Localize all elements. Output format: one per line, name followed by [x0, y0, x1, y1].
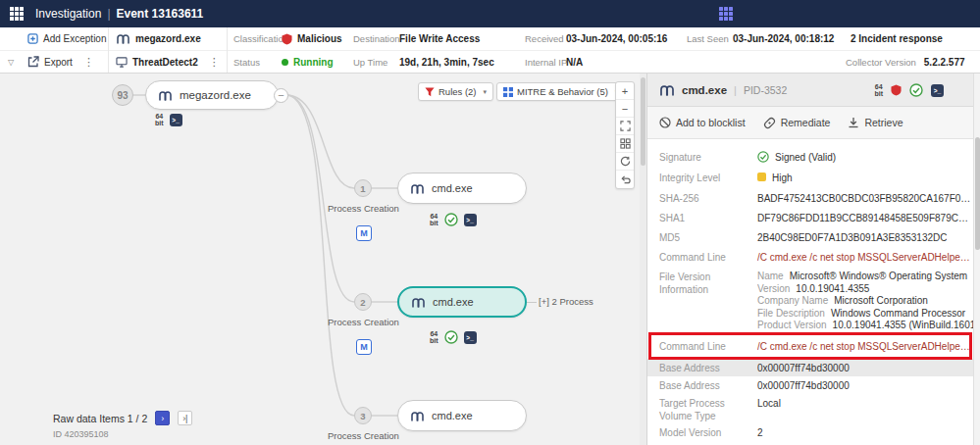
- detail-row-sha256: SHA-256 BADF4752413CB0CBDC03FB95820CA167…: [647, 189, 973, 209]
- summary-toolbar: Add Exception megazord.exe Classificatio…: [0, 27, 980, 74]
- undo-icon: [620, 174, 631, 185]
- zoom-out-button[interactable]: −: [616, 100, 634, 118]
- received-label: Received: [525, 27, 564, 50]
- process-node-megazord[interactable]: megazord.exe: [145, 80, 279, 110]
- signed-check-icon: [909, 83, 923, 97]
- edge-label: Process Creation: [328, 203, 406, 214]
- collapse-node-button[interactable]: −: [274, 88, 288, 103]
- terminal-icon[interactable]: >_: [464, 214, 477, 226]
- investigation-page: Investigation | Event 13163611 Add Excep…: [0, 0, 980, 445]
- detail-row-base-address: Base Address 0x00007ff74bd30000: [647, 359, 973, 376]
- grid-apps-icon[interactable]: [719, 7, 733, 21]
- canvas-scrollbar: [640, 74, 646, 445]
- detail-row-signature: Signature Signed (Valid): [647, 148, 973, 169]
- endpoint-name: ThreatDetect2: [132, 57, 198, 68]
- detail-list: Signature Signed (Valid) Integrity Level…: [647, 148, 973, 443]
- blocklist-icon: [659, 117, 671, 128]
- undo-button[interactable]: [616, 171, 634, 188]
- architecture-badge: 64bit: [430, 213, 438, 226]
- next-page-button[interactable]: ›: [155, 411, 170, 425]
- last-page-button[interactable]: ›|: [178, 411, 192, 425]
- node-badges: 64bit >_: [430, 213, 477, 226]
- mitre-grid-icon: [503, 87, 513, 97]
- process-name: megazord.exe: [135, 33, 201, 44]
- endpoint-chip[interactable]: ThreatDetect2 ⋮: [116, 51, 220, 73]
- architecture-badge: 64bit: [430, 330, 438, 344]
- chevron-down-icon: ▾: [484, 88, 488, 96]
- detail-row-model-version: Model Version 2: [647, 423, 973, 443]
- incident-response-value[interactable]: 2 Incident response: [851, 27, 943, 50]
- node-badges: 64bit >_: [430, 330, 477, 344]
- toolbar-divider: [227, 27, 228, 73]
- integrity-level-icon: [757, 173, 766, 181]
- rules-filter-button[interactable]: Rules (2) ▾: [418, 82, 493, 101]
- terminal-icon[interactable]: >_: [170, 114, 182, 126]
- process-icon: [116, 33, 130, 44]
- process-icon: [158, 90, 173, 101]
- mitre-badge[interactable]: M: [356, 225, 372, 241]
- collapse-toolbar-button[interactable]: ▽: [8, 51, 14, 73]
- process-icon: [411, 297, 426, 308]
- process-node-cmd-2-selected[interactable]: cmd.exe: [397, 286, 527, 318]
- terminal-icon[interactable]: >_: [464, 331, 477, 344]
- process-chip[interactable]: megazord.exe: [116, 27, 201, 50]
- refresh-button[interactable]: [616, 153, 634, 171]
- fit-screen-button[interactable]: [616, 118, 634, 135]
- node-label: megazord.exe: [180, 89, 251, 101]
- node-label: cmd.exe: [432, 410, 473, 421]
- process-icon: [659, 84, 675, 96]
- toolbar-row-1: Add Exception megazord.exe Classificatio…: [0, 27, 980, 51]
- retrieve-button[interactable]: Retrieve: [848, 117, 903, 128]
- toolbar-divider: [108, 27, 109, 73]
- event-title: Event 13163611: [117, 7, 204, 21]
- last-seen-value: 03-Jun-2024, 00:18:12: [733, 27, 834, 50]
- process-details-panel: cmd.exe | PID-3532 64bit >_ Add to block…: [647, 74, 980, 445]
- mitre-badge[interactable]: M: [356, 339, 372, 355]
- expand-children-button[interactable]: [+] 2 Process: [539, 296, 593, 307]
- terminal-icon[interactable]: >_: [931, 84, 944, 97]
- edge-label: Process Creation: [328, 430, 406, 441]
- uptime-value: 19d, 21h, 3min, 7sec: [399, 51, 494, 73]
- architecture-badge: 64bit: [155, 113, 164, 126]
- edge-order-2: 2: [354, 293, 372, 311]
- status-dot-icon: [282, 59, 288, 66]
- panel-pid: PID-3532: [744, 84, 787, 96]
- process-node-cmd-3[interactable]: cmd.exe: [397, 400, 527, 431]
- mitre-behavior-button[interactable]: MITRE & Behavior (5) ▾: [496, 82, 625, 101]
- kebab-menu-icon[interactable]: ⋮: [83, 56, 94, 69]
- panel-scrollbar-thumb[interactable]: [975, 137, 980, 250]
- app-logo-icon[interactable]: [10, 7, 24, 21]
- layout-button[interactable]: [616, 135, 634, 153]
- raw-data-id: ID 420395108: [53, 429, 109, 439]
- edge-label: Process Creation: [328, 317, 406, 327]
- process-tree-canvas[interactable]: 93 megazord.exe − 64bit >_ Rules (2) ▾ M…: [0, 74, 647, 445]
- signed-check-icon: [444, 330, 458, 344]
- zoom-in-button[interactable]: +: [616, 82, 634, 100]
- classification-value: Malicious: [282, 27, 342, 50]
- process-icon: [410, 411, 425, 421]
- kebab-menu-icon[interactable]: ⋮: [209, 56, 220, 69]
- remediate-button[interactable]: Remediate: [763, 117, 831, 129]
- export-button[interactable]: Export ⋮: [27, 51, 94, 73]
- process-node-cmd-1[interactable]: cmd.exe: [397, 173, 527, 204]
- destination-value: File Write Access: [399, 27, 480, 50]
- canvas-zoom-toolbar: + −: [615, 81, 635, 189]
- add-exception-button[interactable]: Add Exception: [27, 27, 107, 50]
- panel-divider: |: [734, 84, 737, 96]
- collapsed-group-count[interactable]: 93: [112, 84, 133, 106]
- funnel-icon: [425, 87, 435, 97]
- fit-screen-icon: [620, 121, 631, 131]
- panel-header: cmd.exe | PID-3532 64bit >_: [647, 74, 973, 107]
- canvas-scrollbar-thumb[interactable]: [641, 77, 645, 166]
- pagination-label: Raw data Items 1 / 2: [53, 413, 147, 424]
- title-divider: |: [107, 7, 110, 21]
- process-tree-edges: [0, 74, 647, 445]
- chevron-down-icon: ▽: [8, 58, 14, 67]
- endpoint-monitor-icon: [116, 57, 128, 68]
- detail-row-file-version-info: File Version Information NameMicrosoft® …: [647, 268, 973, 334]
- internal-ip-value: N/A: [566, 51, 583, 73]
- detail-row-base-address: Base Address 0x00007ff74bd30000: [647, 376, 973, 394]
- add-to-blocklist-button[interactable]: Add to blocklist: [659, 117, 746, 128]
- destination-label: Destination: [353, 27, 400, 50]
- retrieve-download-icon: [848, 117, 859, 128]
